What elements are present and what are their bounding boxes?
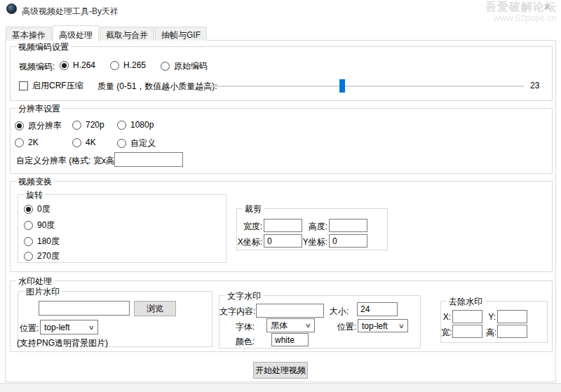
remove-x-input[interactable] [452, 310, 482, 323]
radio-label: 4K [86, 137, 96, 147]
text-color-input[interactable] [271, 333, 309, 346]
text-size-label: 大小: [329, 306, 349, 318]
checkbox-icon [19, 81, 28, 90]
radio-rotate-180[interactable]: 180度 [24, 236, 60, 248]
watermark-line2: www.52pojie.cn [485, 13, 557, 23]
checkbox-label: 启用CRF压缩 [32, 80, 83, 92]
radio-label: 自定义 [130, 137, 156, 149]
radio-label: 180度 [37, 236, 60, 248]
radio-original-resolution[interactable]: 原分辨率 [15, 120, 62, 132]
subgroup-remove-watermark: 去除水印 X: Y: 宽: 高: [440, 301, 548, 343]
group-watermark-processing: 水印处理 图片水印 浏览 位置: top-left ∨ (支持PNG透明背景图片… [10, 281, 553, 352]
png-note: (支持PNG透明背景图片) [17, 337, 108, 349]
text-font-select[interactable]: 黑体 ∨ [266, 318, 315, 332]
crop-height-label: 高度: [305, 221, 327, 233]
crop-height-input[interactable] [329, 219, 367, 232]
radio-label: 原始编码 [174, 60, 208, 72]
quality-slider-thumb[interactable] [339, 79, 345, 93]
radio-2k[interactable]: 2K [15, 137, 39, 147]
radio-h265[interactable]: H.265 [110, 60, 146, 70]
subgroup-title-text-watermark: 文字水印 [225, 290, 263, 302]
crop-y-input[interactable] [329, 234, 367, 248]
custom-resolution-input[interactable] [114, 152, 183, 167]
radio-icon [110, 61, 119, 70]
select-value: 黑体 [271, 320, 288, 332]
remove-height-label: 高: [486, 327, 496, 339]
chevron-down-icon: ∨ [398, 323, 405, 330]
group-video-transform: 视频变换 旋转 0度 90度 180度 270度 裁剪 宽度: 高度: X坐标:… [10, 181, 553, 272]
radio-label: H.264 [73, 60, 95, 70]
crop-width-label: 宽度: [240, 221, 262, 233]
subgroup-title-rotate: 旋转 [24, 189, 45, 201]
image-position-select[interactable]: top-left ∨ [40, 320, 98, 334]
subgroup-rotate: 旋转 0度 90度 180度 270度 [18, 194, 227, 263]
radio-original-codec[interactable]: 原始编码 [161, 60, 208, 72]
window-bottom-edge [0, 383, 561, 392]
tab-cut-merge[interactable]: 截取与合并 [100, 27, 154, 41]
radio-icon [24, 252, 33, 261]
group-resolution-settings: 分辨率设置 原分辨率 720p 1080p 2K 4K 自定义 自定义分辨率 (… [10, 108, 553, 174]
subgroup-title-image-watermark: 图片水印 [24, 286, 62, 298]
quality-value: 23 [530, 81, 539, 90]
close-button[interactable]: ✕ [543, 1, 551, 12]
tab-basic-operations[interactable]: 基本操作 [6, 27, 52, 41]
radio-icon-checked [60, 61, 69, 70]
maximize-button[interactable]: □ [522, 3, 527, 11]
radio-label: 1080p [130, 120, 154, 130]
subgroup-text-watermark: 文字水印 文字内容: 大小: 字体: 黑体 ∨ 位置: top-left ∨ 颜… [219, 295, 421, 349]
crop-width-input[interactable] [264, 219, 302, 232]
tab-advanced-processing[interactable]: 高级处理 [53, 25, 99, 41]
radio-custom-resolution[interactable]: 自定义 [117, 137, 156, 149]
remove-height-input[interactable] [497, 325, 527, 338]
radio-icon [72, 121, 81, 130]
text-position-select[interactable]: top-left ∨ [358, 319, 408, 332]
image-watermark-path-input[interactable] [39, 301, 130, 316]
radio-4k[interactable]: 4K [72, 137, 96, 147]
radio-label: 720p [86, 120, 104, 130]
text-position-label: 位置: [335, 321, 356, 333]
chevron-down-icon: ∨ [88, 324, 95, 331]
remove-width-label: 宽: [441, 327, 451, 339]
radio-icon-checked [24, 205, 33, 214]
subgroup-image-watermark: 图片水印 浏览 位置: top-left ∨ (支持PNG透明背景图片) [18, 291, 212, 347]
radio-label: 2K [28, 137, 39, 147]
radio-label: H.265 [123, 60, 146, 70]
crop-y-label: Y坐标: [302, 236, 327, 248]
subgroup-title-remove-watermark: 去除水印 [447, 296, 485, 308]
subgroup-crop: 裁剪 宽度: 高度: X坐标: Y坐标: [236, 208, 388, 250]
remove-width-input[interactable] [452, 325, 482, 338]
text-font-label: 字体: [234, 321, 255, 333]
text-size-input[interactable] [357, 302, 398, 316]
radio-rotate-90[interactable]: 90度 [24, 219, 55, 231]
select-value: top-left [44, 323, 70, 332]
crf-checkbox[interactable]: 启用CRF压缩 [19, 80, 83, 92]
radio-rotate-270[interactable]: 270度 [24, 250, 60, 262]
radio-icon [117, 139, 126, 148]
codec-label: 视频编码: [19, 61, 55, 73]
tab-frames-gif[interactable]: 抽帧与GIF [155, 27, 207, 41]
radio-label: 90度 [37, 219, 55, 231]
radio-icon-checked [15, 121, 24, 130]
remove-y-label: Y: [487, 312, 496, 322]
app-icon [6, 4, 17, 14]
radio-icon [24, 237, 33, 246]
text-content-input[interactable] [256, 304, 324, 318]
radio-h264[interactable]: H.264 [60, 60, 95, 70]
group-title-encoding: 视频编码设置 [16, 41, 71, 53]
radio-720p[interactable]: 720p [72, 120, 104, 130]
radio-icon [24, 221, 33, 230]
browse-button[interactable]: 浏览 [134, 301, 176, 316]
subgroup-title-crop: 裁剪 [243, 203, 264, 215]
image-position-label: 位置: [20, 323, 39, 334]
start-processing-button[interactable]: 开始处理视频 [253, 362, 308, 379]
crop-x-input[interactable] [264, 234, 302, 248]
remove-y-input[interactable] [497, 310, 527, 323]
quality-slider-track[interactable] [196, 86, 524, 87]
radio-icon [72, 138, 81, 147]
radio-1080p[interactable]: 1080p [117, 120, 154, 130]
group-video-encoding-settings: 视频编码设置 视频编码: H.264 H.265 原始编码 启用CRF压缩 质量… [10, 46, 553, 101]
select-value: top-left [362, 321, 388, 331]
text-content-label: 文字内容: [219, 306, 255, 318]
tab-bar: 基本操作 高级处理 截取与合并 抽帧与GIF [6, 25, 208, 41]
radio-rotate-0[interactable]: 0度 [24, 203, 50, 215]
